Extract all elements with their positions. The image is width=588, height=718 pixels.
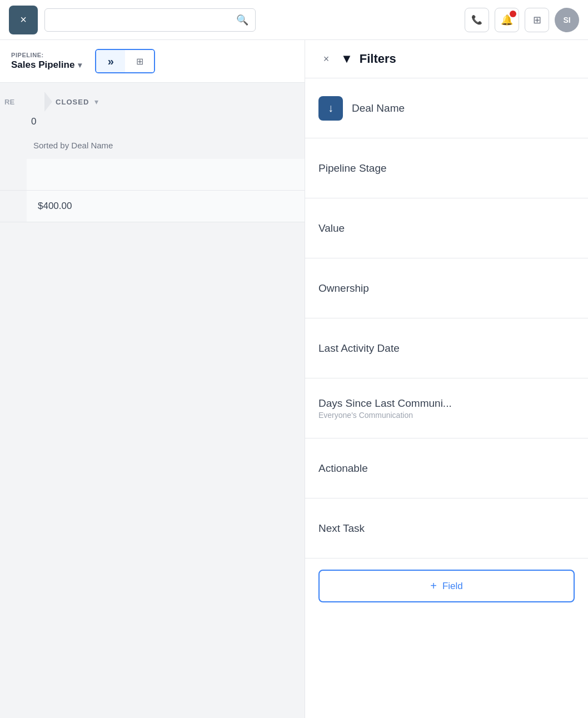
filter-sort-button[interactable]: ↓ (318, 96, 343, 121)
sort-label: Sorted by Deal Name (0, 132, 305, 159)
filter-label-container: Pipeline Stage (318, 162, 387, 174)
stage-view-icon: » (108, 55, 114, 68)
grid-menu-button[interactable]: ⊞ (525, 8, 549, 32)
closed-column-header: RE CLOSED ▾ (0, 83, 305, 114)
filter-label-container: Next Task (318, 522, 365, 535)
pipeline-name: Sales Pipeline (11, 59, 74, 71)
phone-icon: 📞 (471, 14, 482, 25)
plus-icon: + (430, 580, 437, 592)
grid-icon: ⊞ (533, 14, 541, 26)
filter-label: Pipeline Stage (318, 162, 387, 174)
stage-view-button[interactable]: » (96, 50, 125, 72)
filters-close-button[interactable]: × (318, 51, 334, 67)
filter-label-container: Deal Name (352, 102, 405, 114)
filter-item-0[interactable]: ↓ Deal Name (305, 78, 588, 138)
filter-label-container: Value (318, 222, 345, 235)
add-field-label: Field (442, 581, 463, 592)
notification-badge (510, 11, 516, 17)
search-bar[interactable]: 🔍 (44, 8, 256, 32)
filter-label-container: Last Activity Date (318, 342, 400, 355)
notification-button[interactable]: 🔔 (495, 8, 519, 32)
filter-item-7[interactable]: Next Task (305, 498, 588, 559)
search-icon: 🔍 (236, 14, 248, 26)
filter-label: Days Since Last Communi... (318, 397, 452, 410)
filter-label-container: Ownership (318, 282, 369, 295)
filter-items-list: ↓ Deal Name Pipeline Stage Value Ownersh… (305, 78, 588, 559)
empty-kanban-area (0, 222, 305, 500)
search-input[interactable] (52, 15, 232, 24)
kanban-area: RE CLOSED ▾ 0 Sorted by Deal Name (0, 83, 305, 718)
header-right: 📞 🔔 ⊞ SI (465, 8, 579, 32)
sort-down-icon: ↓ (328, 102, 333, 114)
re-label: RE (0, 98, 27, 106)
filter-item-3[interactable]: Ownership (305, 258, 588, 318)
closed-count: 0 (31, 116, 36, 127)
filters-panel: × ▼ Filters ↓ Deal Name Pipeline Stage V… (305, 40, 588, 718)
toolbar: PIPELINE: Sales Pipeline ▾ » Stage View (0, 40, 305, 83)
closed-count-row: 0 (0, 114, 305, 132)
close-icon: × (20, 13, 27, 26)
filter-item-4[interactable]: Last Activity Date (305, 318, 588, 378)
filter-label-container: Days Since Last Communi... Everyone's Co… (318, 397, 452, 420)
left-panel: PIPELINE: Sales Pipeline ▾ » Stage View (0, 40, 305, 718)
pipeline-label: PIPELINE: (11, 52, 82, 58)
filter-item-1[interactable]: Pipeline Stage (305, 138, 588, 198)
deal-stub (0, 159, 27, 190)
grid-view-icon: ⊞ (136, 56, 143, 67)
deal-value-row[interactable]: $400.00 (0, 191, 305, 222)
filter-item-6[interactable]: Actionable (305, 438, 588, 498)
grid-view-button[interactable]: ⊞ (125, 50, 154, 72)
filter-label: Next Task (318, 522, 365, 535)
filters-header: × ▼ Filters (305, 40, 588, 78)
phone-button[interactable]: 📞 (465, 8, 489, 32)
closed-title: CLOSED (56, 98, 89, 106)
filter-label: Deal Name (352, 102, 405, 114)
pipeline-select[interactable]: Sales Pipeline ▾ (11, 59, 82, 71)
filter-label-container: Actionable (318, 462, 368, 475)
deal-value: $400.00 (27, 192, 305, 221)
chevron-down-icon: ▾ (78, 61, 82, 69)
filter-label: Value (318, 222, 345, 235)
avatar[interactable]: SI (555, 8, 579, 32)
filter-icon: ▼ (341, 52, 353, 66)
chevron-down-closed[interactable]: ▾ (94, 97, 98, 106)
main-content: PIPELINE: Sales Pipeline ▾ » Stage View (0, 40, 588, 718)
close-icon: × (323, 53, 330, 65)
add-field-button[interactable]: + Field (318, 570, 575, 602)
deal-stub-2 (0, 191, 27, 222)
stage-view-container: » Stage View (96, 50, 125, 72)
filter-sublabel: Everyone's Communication (318, 411, 452, 420)
filter-item-5[interactable]: Days Since Last Communi... Everyone's Co… (305, 378, 588, 438)
view-toggle: » Stage View ⊞ (95, 49, 155, 73)
filters-title: Filters (360, 52, 396, 66)
deal-row-empty (0, 159, 305, 191)
close-chat-button[interactable]: × (9, 6, 38, 34)
filter-label: Ownership (318, 282, 369, 295)
filter-label: Last Activity Date (318, 342, 400, 355)
filter-item-2[interactable]: Value (305, 198, 588, 258)
filter-label: Actionable (318, 462, 368, 475)
header: × 🔍 📞 🔔 ⊞ SI (0, 0, 588, 40)
